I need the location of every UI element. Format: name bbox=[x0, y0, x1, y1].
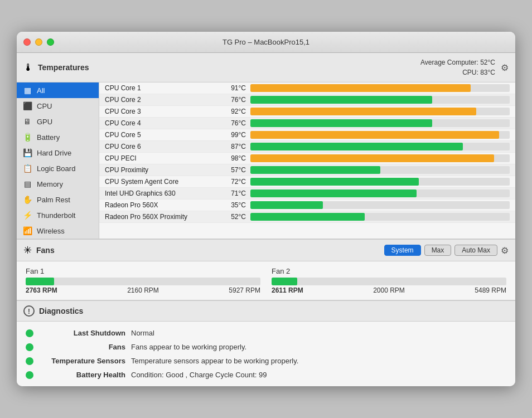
diagnostics-key: Fans bbox=[39, 343, 125, 351]
temp-bar-container bbox=[250, 96, 510, 104]
temp-bar-container bbox=[250, 108, 510, 115]
temperature-list: CPU Core 191°CCPU Core 276°CCPU Core 392… bbox=[99, 82, 515, 239]
gpu-icon: 🖥 bbox=[22, 117, 32, 126]
app-window: TG Pro – MacBookPro15,1 🌡 Temperatures A… bbox=[17, 32, 515, 386]
sidebar-item-memory[interactable]: ▤ Memory bbox=[17, 176, 99, 192]
fan1-rpm-row: 2763 RPM 2160 RPM 5927 RPM bbox=[26, 286, 260, 294]
temp-value: 76°C bbox=[221, 96, 246, 104]
temperatures-title: Temperatures bbox=[38, 63, 89, 72]
memory-icon: ▤ bbox=[22, 179, 32, 188]
temp-value: 35°C bbox=[221, 201, 246, 209]
temperature-row: CPU PECI98°C bbox=[99, 153, 515, 164]
fan2-bar-outer bbox=[272, 278, 506, 285]
fans-section: ✳ Fans System Max Auto Max ⚙ Fan 1 bbox=[17, 239, 515, 300]
cpu-value: 83°C bbox=[480, 69, 495, 76]
fan-icon: ✳ bbox=[23, 244, 32, 256]
temp-name: Radeon Pro 560X bbox=[105, 201, 216, 209]
sidebar-item-all[interactable]: ▦ All bbox=[17, 82, 99, 98]
temperatures-header-right: Average Computer: 52°C CPU: 83°C ⚙ bbox=[420, 57, 509, 77]
diagnostics-value: Condition: Good , Charge Cycle Count: 99 bbox=[131, 371, 267, 379]
temperatures-settings-icon[interactable]: ⚙ bbox=[501, 62, 509, 73]
thunderbolt-icon: ⚡ bbox=[22, 211, 32, 220]
temperature-row: Radeon Pro 560X35°C bbox=[99, 200, 515, 211]
diagnostics-value: Normal bbox=[131, 329, 154, 337]
temp-value: 57°C bbox=[221, 166, 246, 174]
temp-bar bbox=[250, 154, 494, 162]
sidebar-item-hard-drive-label: Hard Drive bbox=[37, 149, 71, 157]
temp-value: 91°C bbox=[221, 84, 246, 92]
fans-content: Fan 1 2763 RPM 2160 RPM 5927 RPM bbox=[17, 261, 515, 300]
temp-bar bbox=[250, 119, 432, 127]
temp-value: 99°C bbox=[221, 131, 246, 139]
temp-name: CPU Core 3 bbox=[105, 108, 216, 115]
sidebar-item-gpu[interactable]: 🖥 GPU bbox=[17, 114, 99, 129]
content-area: ▦ All ⬛ CPU 🖥 GPU 🔋 Battery bbox=[17, 82, 515, 239]
temp-bar bbox=[250, 108, 476, 115]
temp-bar bbox=[250, 201, 323, 209]
sidebar-item-wireless[interactable]: 📶 Wireless bbox=[17, 223, 99, 239]
diagnostics-row: Battery HealthCondition: Good , Charge C… bbox=[26, 368, 506, 382]
close-button[interactable] bbox=[23, 38, 31, 46]
cpu-icon: ⬛ bbox=[22, 101, 32, 110]
temperature-row: CPU Core 599°C bbox=[99, 129, 515, 141]
temp-name: CPU Core 5 bbox=[105, 131, 216, 139]
diagnostics-row: FansFans appear to be working properly. bbox=[26, 340, 506, 354]
fan-tab-system[interactable]: System bbox=[384, 245, 421, 256]
sidebar-item-thunderbolt[interactable]: ⚡ Thunderbolt bbox=[17, 207, 99, 223]
temp-name: CPU Core 4 bbox=[105, 119, 216, 127]
fan1-bar-inner bbox=[26, 278, 54, 285]
temperature-row: CPU Core 276°C bbox=[99, 94, 515, 106]
sidebar-item-thunderbolt-label: Thunderbolt bbox=[37, 211, 75, 220]
maximize-button[interactable] bbox=[47, 38, 54, 46]
sidebar-item-palm-rest[interactable]: ✋ Palm Rest bbox=[17, 192, 99, 207]
temp-bar-container bbox=[250, 201, 510, 209]
temp-bar bbox=[250, 131, 499, 139]
temp-bar-container bbox=[250, 154, 510, 162]
fan2-bar-row bbox=[272, 278, 506, 285]
temp-bar-container bbox=[250, 213, 510, 221]
temp-value: 98°C bbox=[221, 154, 246, 162]
battery-icon: 🔋 bbox=[22, 133, 32, 142]
minimize-button[interactable] bbox=[35, 38, 42, 46]
sidebar-item-cpu[interactable]: ⬛ CPU bbox=[17, 98, 99, 114]
fans-settings-icon[interactable]: ⚙ bbox=[501, 245, 509, 256]
temp-name: CPU System Agent Core bbox=[105, 178, 216, 186]
temp-value: 72°C bbox=[221, 178, 246, 186]
diagnostics-key: Temperature Sensors bbox=[39, 357, 125, 365]
temperature-row: Radeon Pro 560X Proximity52°C bbox=[99, 211, 515, 223]
fan2-label: Fan 2 bbox=[272, 267, 506, 275]
temp-bar bbox=[250, 166, 380, 174]
sidebar-item-logic-board[interactable]: 📋 Logic Board bbox=[17, 161, 99, 176]
main-area: 🌡 Temperatures Average Computer: 52°C CP… bbox=[17, 53, 515, 386]
fans-header-left: ✳ Fans bbox=[23, 244, 55, 256]
fans-header: ✳ Fans System Max Auto Max ⚙ bbox=[17, 240, 515, 261]
sidebar-item-hard-drive[interactable]: 💾 Hard Drive bbox=[17, 145, 99, 161]
fan-tab-max[interactable]: Max bbox=[424, 245, 452, 256]
temp-name: CPU Proximity bbox=[105, 166, 216, 174]
sidebar: ▦ All ⬛ CPU 🖥 GPU 🔋 Battery bbox=[17, 82, 99, 239]
all-icon: ▦ bbox=[22, 86, 32, 95]
temperature-row: CPU Proximity57°C bbox=[99, 164, 515, 176]
temp-value: 71°C bbox=[221, 189, 246, 197]
temp-bar bbox=[250, 143, 463, 150]
diagnostics-row: Temperature SensorsTemperature sensors a… bbox=[26, 354, 506, 368]
title-bar: TG Pro – MacBookPro15,1 bbox=[17, 32, 515, 53]
sidebar-item-all-label: All bbox=[37, 86, 45, 95]
diagnostics-dot bbox=[26, 329, 33, 337]
diagnostics-dot bbox=[26, 343, 33, 351]
sidebar-item-gpu-label: GPU bbox=[37, 118, 52, 126]
fans-header-right: System Max Auto Max ⚙ bbox=[384, 245, 509, 256]
temp-bar bbox=[250, 189, 417, 197]
fans-title: Fans bbox=[36, 246, 55, 255]
diagnostics-row: Last ShutdownNormal bbox=[26, 326, 506, 340]
fan-tab-auto-max[interactable]: Auto Max bbox=[454, 245, 497, 256]
sidebar-item-battery[interactable]: 🔋 Battery bbox=[17, 129, 99, 145]
diagnostics-content: Last ShutdownNormalFansFans appear to be… bbox=[17, 322, 515, 386]
hard-drive-icon: 💾 bbox=[22, 148, 32, 157]
temp-bar-container bbox=[250, 166, 510, 174]
temp-name: CPU PECI bbox=[105, 154, 216, 162]
fan1-bar-outer bbox=[26, 278, 260, 285]
wireless-icon: 📶 bbox=[22, 226, 32, 235]
fan2-max-rpm: 5489 RPM bbox=[475, 286, 506, 294]
temp-bar-container bbox=[250, 189, 510, 197]
